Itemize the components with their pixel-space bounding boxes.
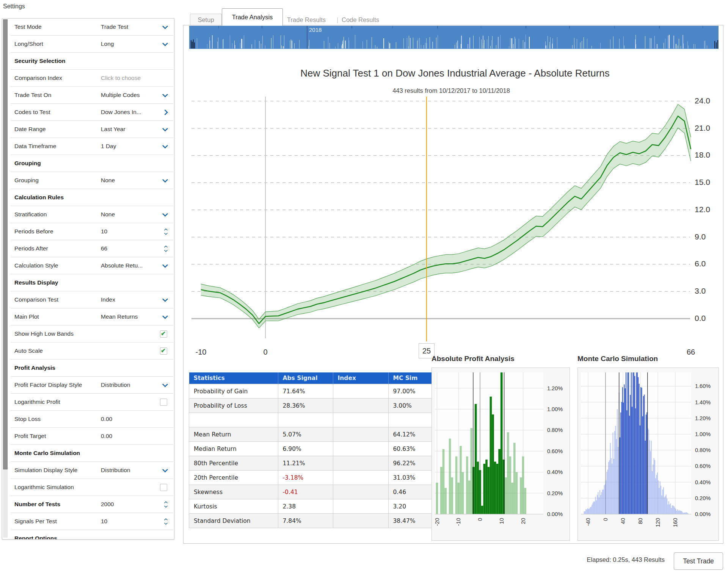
table-cell	[333, 442, 388, 456]
chevron-down-icon[interactable]	[162, 177, 168, 183]
sidebar-item-show-high-low-bands[interactable]: Show High Low Bands	[11, 325, 173, 343]
tab-code-results[interactable]: Code Results	[342, 14, 379, 25]
sidebar-item-trade-test-on[interactable]: Trade Test OnMultiple Codes	[11, 87, 173, 104]
sidebar-item-test-mode[interactable]: Test ModeTrade Test	[11, 19, 173, 36]
sidebar-item-value[interactable]: 1 Day	[101, 138, 116, 155]
chevron-down-icon[interactable]	[162, 91, 168, 97]
sidebar-item-auto-scale[interactable]: Auto Scale	[11, 343, 173, 360]
sidebar-item-label: Date Range	[14, 126, 46, 132]
chevron-down-icon[interactable]	[162, 211, 168, 217]
month-tick	[218, 26, 219, 28]
sidebar-item-value[interactable]: 2000	[101, 496, 114, 513]
sidebar-item-label: Data Timeframe	[14, 143, 56, 149]
signal-tick	[582, 41, 582, 48]
sidebar-item-value[interactable]: Mean Returns	[101, 308, 138, 325]
sidebar-item-value[interactable]: 0.00	[101, 428, 112, 444]
chevron-down-icon[interactable]	[162, 381, 168, 387]
sidebar-item-stratification[interactable]: StratificationNone	[11, 206, 173, 223]
sidebar-item-profit-factor-display-style[interactable]: Profit Factor Display StyleDistribution	[11, 377, 173, 394]
tab-trade-analysis[interactable]: Trade Analysis	[222, 8, 283, 26]
checkbox-checked[interactable]	[160, 330, 167, 338]
sidebar-item-logarithmic-simulation[interactable]: Logarithmic Simulation	[11, 479, 173, 496]
chevron-down-icon[interactable]	[162, 466, 168, 472]
sidebar-item-codes-to-test[interactable]: Codes to TestDow Jones In...	[11, 104, 173, 121]
sidebar-item-calculation-style[interactable]: Calculation StyleAbsolute Retu...	[11, 257, 173, 274]
x-axis-tick-label: 66	[676, 348, 706, 357]
signal-tick	[244, 35, 244, 49]
chevron-down-icon[interactable]	[162, 142, 168, 149]
sidebar-item-stop-loss[interactable]: Stop Loss0.00	[11, 411, 173, 428]
stepper-down-icon[interactable]	[164, 504, 168, 508]
sidebar-item-comparison-test[interactable]: Comparison TestIndex	[11, 291, 173, 308]
svg-text:0: 0	[477, 518, 483, 521]
sidebar-item-label: Stop Loss	[14, 416, 41, 422]
sidebar-item-grouping[interactable]: GroupingNone	[11, 172, 173, 189]
table-cell: Median Return	[189, 442, 278, 456]
sidebar-item-value[interactable]: Index	[101, 291, 115, 308]
stepper-down-icon[interactable]	[164, 521, 168, 525]
chevron-down-icon[interactable]	[162, 23, 168, 29]
sidebar-item-value[interactable]: 10	[101, 513, 107, 530]
signal-tick	[424, 45, 424, 48]
chevron-down-icon[interactable]	[162, 40, 168, 46]
sidebar-item-number-of-tests[interactable]: Number of Tests2000	[11, 496, 173, 513]
stepper-down-icon[interactable]	[164, 231, 168, 235]
signal-tick	[524, 42, 525, 48]
sidebar-item-label: Number of Tests	[14, 501, 60, 507]
sidebar-item-signals-per-test[interactable]: Signals Per Test10	[11, 513, 173, 530]
sidebar-section-profit-analysis: Profit Analysis	[11, 360, 173, 377]
stepper-control[interactable]	[165, 519, 167, 524]
sidebar-item-profit-target[interactable]: Profit Target0.00	[11, 428, 173, 445]
signal-tick	[432, 42, 433, 48]
tab-setup[interactable]: Setup	[190, 14, 222, 26]
sidebar-item-date-range[interactable]: Date RangeLast Year	[11, 121, 173, 138]
sidebar-item-value[interactable]: 10	[101, 223, 107, 240]
timeline-strip[interactable]: 2018	[189, 26, 719, 49]
stepper-control[interactable]	[165, 246, 167, 252]
checkbox-checked[interactable]	[160, 347, 167, 355]
signal-tick	[592, 46, 592, 48]
chevron-down-icon[interactable]	[162, 296, 168, 302]
sidebar-item-value[interactable]: Absolute Retu...	[101, 257, 143, 274]
signal-tick	[519, 39, 519, 48]
sidebar-item-periods-before[interactable]: Periods Before10	[11, 223, 173, 240]
checkbox-unchecked[interactable]	[160, 399, 167, 406]
sidebar-item-label: Long/Short	[14, 41, 43, 47]
chevron-down-icon[interactable]	[162, 313, 168, 319]
sidebar-scrollbar[interactable]	[3, 19, 8, 538]
svg-text:0.20%: 0.20%	[547, 490, 563, 496]
chevron-right-icon[interactable]	[162, 109, 168, 115]
sidebar-item-value[interactable]: Multiple Codes	[101, 87, 140, 103]
stepper-down-icon[interactable]	[164, 248, 168, 252]
stepper-control[interactable]	[165, 502, 167, 507]
sidebar-item-value[interactable]: 66	[101, 240, 107, 257]
sidebar-item-value[interactable]: Last Year	[101, 121, 126, 138]
tab-trade-results[interactable]: Trade Results	[287, 14, 326, 25]
sidebar-item-long-short[interactable]: Long/ShortLong	[11, 36, 173, 53]
sidebar-item-value[interactable]: None	[101, 206, 115, 223]
sidebar-item-comparison-index[interactable]: Comparison IndexClick to choose	[11, 70, 173, 87]
sidebar-item-data-timeframe[interactable]: Data Timeframe1 Day	[11, 138, 173, 155]
signal-tick	[695, 44, 695, 48]
signal-tick	[377, 47, 377, 48]
checkbox-unchecked[interactable]	[160, 484, 167, 491]
sidebar-item-value[interactable]: None	[101, 172, 115, 189]
sidebar-item-simulation-display-style[interactable]: Simulation Display StyleDistribution	[11, 462, 173, 479]
sidebar-item-value[interactable]: Click to choose	[101, 70, 141, 86]
sidebar-scrollbar-thumb[interactable]	[3, 19, 8, 469]
stepper-control[interactable]	[165, 229, 167, 235]
sidebar-item-main-plot[interactable]: Main PlotMean Returns	[11, 308, 173, 325]
sidebar-item-value[interactable]: 0.00	[101, 411, 112, 427]
chevron-down-icon[interactable]	[162, 125, 168, 131]
signal-tick	[209, 37, 210, 48]
chevron-down-icon[interactable]	[162, 262, 168, 268]
sidebar-item-value[interactable]: Dow Jones In...	[101, 104, 141, 120]
sidebar-item-value[interactable]: Distribution	[101, 462, 130, 479]
sidebar-item-periods-after[interactable]: Periods After66	[11, 240, 173, 257]
sidebar-item-value[interactable]: Distribution	[101, 377, 130, 393]
table-cell: -0.41	[278, 485, 333, 499]
test-trade-button[interactable]: Test Trade	[674, 552, 723, 570]
sidebar-item-value[interactable]: Long	[101, 36, 114, 52]
sidebar-item-value[interactable]: Trade Test	[101, 19, 128, 35]
sidebar-item-logarithmic-profit[interactable]: Logarithmic Profit	[11, 394, 173, 411]
